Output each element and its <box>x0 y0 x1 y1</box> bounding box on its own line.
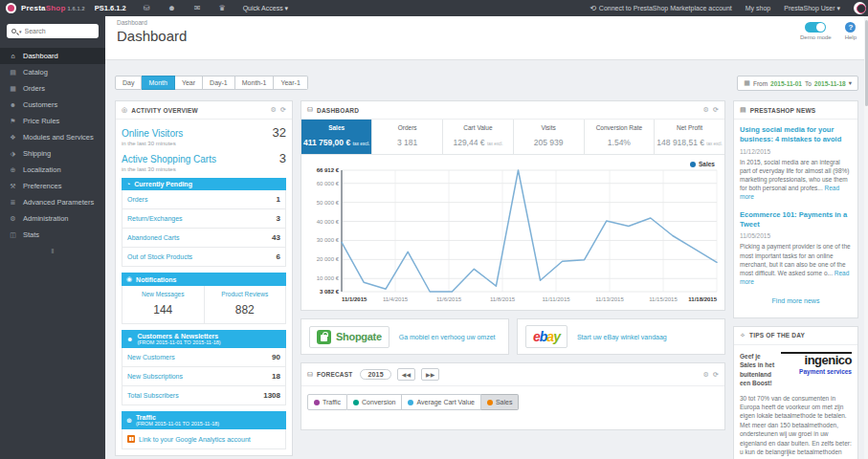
forecast-button-conversion[interactable]: Conversion <box>347 394 402 410</box>
svg-text:20 000 €: 20 000 € <box>317 256 340 262</box>
kpi-tab-cart-value[interactable]: Cart Value129,44 € tax excl. <box>443 120 514 154</box>
news-panel-title: PRESTASHOP NEWS <box>750 107 816 114</box>
row-label: Out of Stock Products <box>127 253 192 260</box>
sidebar-item-administration[interactable]: ⚙Administration <box>0 210 105 227</box>
news-article-title[interactable]: Ecommerce 101: Payments in a Tweet <box>740 210 852 230</box>
brand-presta: Presta <box>21 4 46 12</box>
page-scrollbar[interactable] <box>864 16 868 459</box>
pending-row-returns[interactable]: Return/Exchanges3 <box>122 209 285 229</box>
svg-text:60 000 €: 60 000 € <box>317 181 340 186</box>
marketplace-link[interactable]: ⟲Connect to PrestaShop Marketplace accou… <box>590 4 732 12</box>
sidebar-item-price-rules[interactable]: ⚑Price Rules <box>0 113 105 129</box>
range-button-day[interactable]: Day <box>115 76 142 90</box>
ebay-banner[interactable]: ebay Start uw eBay winkel vandaag <box>517 318 725 355</box>
range-button-month-1[interactable]: Month-1 <box>235 76 275 90</box>
help-icon[interactable]: ? <box>845 22 856 33</box>
pending-row-orders[interactable]: Orders1 <box>122 190 285 209</box>
sidebar-item-shipping[interactable]: ⬗Shipping <box>0 145 105 162</box>
sidebar-item-modules[interactable]: ❖Modules and Services <box>0 129 105 145</box>
sidebar-search[interactable]: ▾ <box>7 24 99 38</box>
panel-settings-icon[interactable]: ⚙ <box>702 371 708 379</box>
find-more-news-link[interactable]: Find more news <box>740 297 852 304</box>
user-menu[interactable]: PrestaShop User ▾ <box>784 5 840 12</box>
sidebar-item-stats[interactable]: ◫Stats <box>0 227 105 243</box>
sidebar-item-orders[interactable]: ▦Orders <box>0 80 105 97</box>
date-from-value: 2015-11-01 <box>770 80 802 87</box>
sidebar-collapse-button[interactable]: ‖ <box>0 247 105 255</box>
panel-refresh-icon[interactable]: ⟳ <box>713 106 719 114</box>
search-scope-caret-icon[interactable]: ▾ <box>19 29 22 34</box>
forecast-button-traffic[interactable]: Traffic <box>307 394 347 410</box>
kpi-label: Sales <box>303 124 369 131</box>
new-messages-cell[interactable]: New Messages144 <box>122 286 204 323</box>
scrollbar-thumb[interactable] <box>865 20 868 106</box>
sales-dot-icon <box>487 400 493 405</box>
chart-legend[interactable]: Sales <box>690 161 715 167</box>
google-analytics-link[interactable]: Link to your Google Analytics account <box>122 429 286 449</box>
row-new-customers[interactable]: New Customers90 <box>122 348 285 367</box>
news-article-title[interactable]: Using social media for your business: 4 … <box>740 125 852 144</box>
row-value: 6 <box>277 252 280 261</box>
customer-icon[interactable]: ☻ <box>167 4 175 12</box>
demo-mode-control: Demo mode <box>800 22 832 40</box>
page-title: Dashboard <box>117 28 857 44</box>
sidebar-item-customers[interactable]: ☻Customers <box>0 97 105 113</box>
kpi-tab-sales[interactable]: Sales411 759,00 € tax excl. <box>301 120 372 154</box>
panel-refresh-icon[interactable]: ⟳ <box>713 371 719 379</box>
svg-text:11/15/2015: 11/15/2015 <box>649 296 678 302</box>
trophy-icon[interactable]: ♛ <box>218 4 225 12</box>
range-button-day-1[interactable]: Day-1 <box>203 76 235 90</box>
row-total-subscribers[interactable]: Total Subscribers1308 <box>122 386 285 404</box>
user-avatar[interactable] <box>854 2 866 14</box>
row-value: 18 <box>272 372 280 381</box>
demo-mode-toggle[interactable] <box>805 22 826 33</box>
pending-row-out-of-stock[interactable]: Out of Stock Products6 <box>122 248 285 266</box>
forecast-next-button[interactable]: ▶▶ <box>421 368 439 381</box>
shopgate-link[interactable]: Ga mobiel en verhoog uw omzet <box>399 334 496 340</box>
range-button-year-1[interactable]: Year-1 <box>274 76 307 90</box>
my-shop-link[interactable]: My shop <box>746 5 770 11</box>
forecast-metric-buttons: Traffic Conversion Average Cart Value Sa… <box>307 394 719 410</box>
panel-refresh-icon[interactable]: ⟳ <box>280 106 286 114</box>
forecast-button-sales[interactable]: Sales <box>481 394 520 410</box>
forecast-prev-button[interactable]: ◀◀ <box>397 368 415 381</box>
sidebar-item-advanced-parameters[interactable]: ≣Advanced Parameters <box>0 194 105 210</box>
sidebar-item-preferences[interactable]: ⚒Preferences <box>0 178 105 194</box>
search-input[interactable] <box>25 28 94 34</box>
kpi-tab-orders[interactable]: Orders3 181 <box>372 120 443 154</box>
sidebar-item-catalog[interactable]: ▤Catalog <box>0 64 105 80</box>
date-range-picker[interactable]: ▦ From 2015-11-01 To 2015-11-18 ▾ <box>737 76 858 91</box>
cart-icon[interactable]: ⛁ <box>144 4 150 12</box>
sidebar-item-dashboard[interactable]: ⌂Dashboard <box>0 48 105 64</box>
gear-icon: ⚙ <box>9 215 17 223</box>
product-reviews-cell[interactable]: Product Reviews882 <box>204 286 286 323</box>
forecast-year[interactable]: 2015 <box>360 369 390 380</box>
row-new-subscriptions[interactable]: New Subscriptions18 <box>122 367 285 386</box>
range-button-year[interactable]: Year <box>175 76 203 90</box>
customers-newsletters-header: ☻Customers & Newsletters(FROM 2015-11-01… <box>122 330 286 348</box>
pending-row-abandoned-carts[interactable]: Abandoned Carts43 <box>122 229 285 248</box>
panel-settings-icon[interactable]: ⚙ <box>270 106 276 114</box>
messages-icon[interactable]: ✉ <box>194 4 201 12</box>
online-visitors-label[interactable]: Online Visitors <box>122 128 183 139</box>
sidebar-item-localization[interactable]: ⊕Localization <box>0 162 105 178</box>
forecast-button-average-cart-value[interactable]: Average Cart Value <box>402 394 480 410</box>
breadcrumb[interactable]: Dashboard <box>117 19 857 26</box>
range-button-month[interactable]: Month <box>142 76 174 90</box>
newspaper-icon: ▤ <box>740 106 746 114</box>
average-cart-value-dot-icon <box>408 400 413 405</box>
shopgate-banner[interactable]: Shopgate Ga mobiel en verhoog uw omzet <box>300 318 509 355</box>
kpi-tab-visits[interactable]: Visits205 939 <box>514 120 585 154</box>
kpi-value: 148 918,51 € <box>657 138 704 147</box>
active-carts-label[interactable]: Active Shopping Carts <box>122 154 216 164</box>
panel-settings-icon[interactable]: ⚙ <box>702 106 708 114</box>
cart-icon: ⛁ <box>307 106 313 114</box>
kpi-tab-net-profit[interactable]: Net Profit148 918,51 € tax excl. <box>655 120 724 154</box>
google-analytics-label: Link to your Google Analytics account <box>139 436 251 443</box>
pending-list: Orders1 Return/Exchanges3 Abandoned Cart… <box>122 190 286 267</box>
row-value: 90 <box>272 353 280 361</box>
sidebar-item-label: Customers <box>23 100 57 109</box>
kpi-tab-conversion-rate[interactable]: Conversion Rate1.54% <box>585 120 656 154</box>
ebay-link[interactable]: Start uw eBay winkel vandaag <box>577 334 667 340</box>
quick-access-menu[interactable]: Quick Access ▾ <box>243 5 288 12</box>
